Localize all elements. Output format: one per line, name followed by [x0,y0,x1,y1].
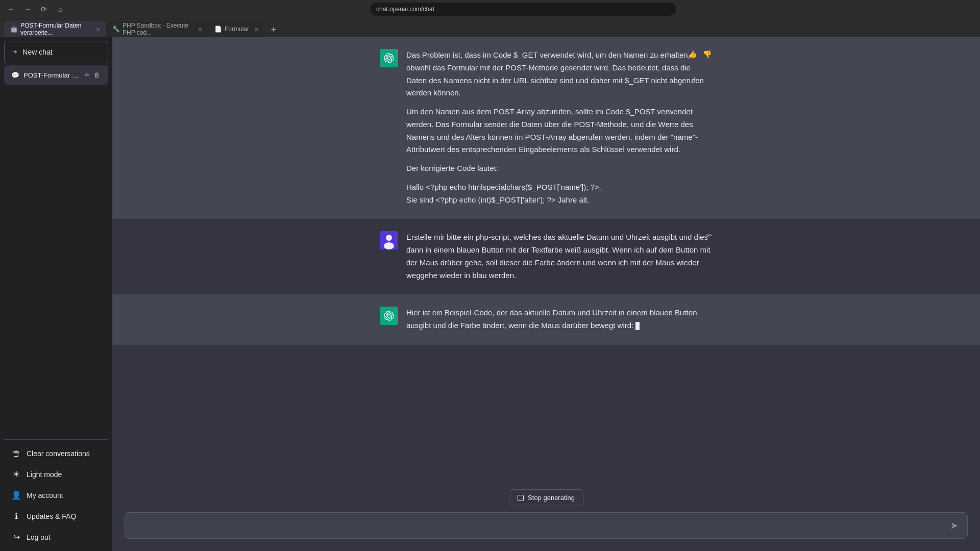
delete-conversation-button[interactable]: 🗑 [93,70,101,80]
messages-list: Das Problem ist, dass im Code $_GET verw… [112,37,980,481]
conversation-actions: ✏ 🗑 [84,70,101,80]
logout-icon: ↪ [11,532,21,542]
tab-1-title: POST-Formular Daten verarbeite... [20,22,91,36]
edit-message-button-1[interactable]: ✏ [706,231,713,239]
stop-generating-button[interactable]: Stop generating [509,489,583,506]
message-row-1: Erstelle mir bitte ein php-script, welch… [112,219,980,294]
new-chat-button[interactable]: + New chat [4,41,108,63]
message-inner-0: Das Problem ist, dass im Code $_GET verw… [368,49,725,206]
message-row-0: Das Problem ist, dass im Code $_GET verw… [112,37,980,219]
msg-0-p0: Das Problem ist, dass im Code $_GET verw… [406,49,713,99]
tab-2-title: PHP Sandbox - Execute PHP cod... [122,22,193,36]
stop-button-row: Stop generating [125,489,968,506]
clear-conversations-label: Clear conversations [27,449,90,458]
logout-button[interactable]: ↪ Log out [4,527,108,547]
msg-0-p2: Der korrigierte Code lautet: [406,162,713,175]
forward-button[interactable]: → [20,2,35,16]
msg-1-p0: Erstelle mir bitte ein php-script, welch… [406,231,713,282]
home-button[interactable]: ⌂ [53,2,67,16]
user-icon: 👤 [11,490,21,500]
tab-3[interactable]: 📄 Formular ✕ [208,21,264,37]
tab-2-favicon: 🔧 [112,26,119,33]
new-chat-label: New chat [22,48,52,56]
msg-2-p0: Hier ist ein Beispiel-Code, der das aktu… [406,307,713,332]
cursor-blink [635,322,640,330]
sun-icon: ☀ [11,469,21,479]
edit-conversation-button[interactable]: ✏ [84,70,91,80]
msg-0-p1: Um den Namen aus dem POST-Array abzurufe… [406,106,713,156]
svg-point-2 [384,242,394,249]
chat-input-box: ➤ [125,512,968,539]
updates-faq-button[interactable]: ℹ Updates & FAQ [4,506,108,526]
light-mode-label: Light mode [27,470,62,479]
message-row-2: Hier ist ein Beispiel-Code, der das aktu… [112,294,980,345]
sidebar-spacer [4,85,108,439]
back-button[interactable]: ← [4,2,18,16]
refresh-button[interactable]: ⟳ [37,2,51,16]
address-bar[interactable]: chat.openai.com/chat [370,3,676,16]
logout-label: Log out [27,533,51,541]
message-content-0: Das Problem ist, dass im Code $_GET verw… [406,49,713,206]
sidebar-bottom: 🗑 Clear conversations ☀ Light mode 👤 My … [4,439,108,547]
tab-3-close[interactable]: ✕ [254,27,258,32]
chat-icon: 💬 [11,71,19,79]
updates-faq-label: Updates & FAQ [27,512,76,520]
nav-buttons: ← → ⟳ ⌂ [4,2,67,16]
message-content-2: Hier ist ein Beispiel-Code, der das aktu… [406,307,713,332]
svg-point-1 [386,235,392,241]
message-inner-1: Erstelle mir bitte ein php-script, welch… [368,231,725,282]
tab-1-favicon: 🤖 [10,26,17,33]
app-layout: + New chat 💬 POST-Formular Daten v ✏ 🗑 🗑… [0,37,980,551]
message-inner-2: Hier ist ein Beispiel-Code, der das aktu… [368,307,725,332]
main-content: Das Problem ist, dass im Code $_GET verw… [112,37,980,551]
browser-nav-bar: ← → ⟳ ⌂ chat.openai.com/chat [0,0,980,18]
plus-icon: + [13,47,17,57]
conversation-title-0: POST-Formular Daten v [23,71,80,79]
new-tab-button[interactable]: + [266,22,281,37]
light-mode-button[interactable]: ☀ Light mode [4,464,108,484]
my-account-label: My account [27,491,63,499]
gpt-avatar-0 [380,49,398,67]
input-area: Stop generating ➤ [112,481,980,551]
user-avatar-1 [380,231,398,249]
info-icon: ℹ [11,511,21,521]
tab-1-close[interactable]: ✕ [96,27,100,32]
message-content-1: Erstelle mir bitte ein php-script, welch… [406,231,713,282]
gpt-avatar-2 [380,307,398,325]
conversation-item-0[interactable]: 💬 POST-Formular Daten v ✏ 🗑 [4,65,108,85]
clear-conversations-button[interactable]: 🗑 Clear conversations [4,444,108,463]
message-0-actions: 👍 👎 [687,49,713,59]
my-account-button[interactable]: 👤 My account [4,485,108,505]
stop-icon [518,495,524,501]
tab-2[interactable]: 🔧 PHP Sandbox - Execute PHP cod... ✕ [106,21,208,37]
sidebar: + New chat 💬 POST-Formular Daten v ✏ 🗑 🗑… [0,37,112,551]
address-text: chat.openai.com/chat [376,6,434,13]
tab-2-close[interactable]: ✕ [198,27,202,32]
send-button[interactable]: ➤ [949,519,959,532]
trash-icon: 🗑 [11,449,21,458]
tab-bar: 🤖 POST-Formular Daten verarbeite... ✕ 🔧 … [0,18,980,37]
tab-3-title: Formular [225,26,249,33]
tab-1[interactable]: 🤖 POST-Formular Daten verarbeite... ✕ [4,21,106,37]
tab-3-favicon: 📄 [214,26,222,33]
thumbdown-button-0[interactable]: 👎 [702,49,713,59]
thumbup-button-0[interactable]: 👍 [687,49,698,59]
chat-input[interactable] [133,519,943,531]
msg-0-p3: Hallo <?php echo htmlspecialchars($_POST… [406,181,713,207]
stop-label: Stop generating [528,494,575,502]
